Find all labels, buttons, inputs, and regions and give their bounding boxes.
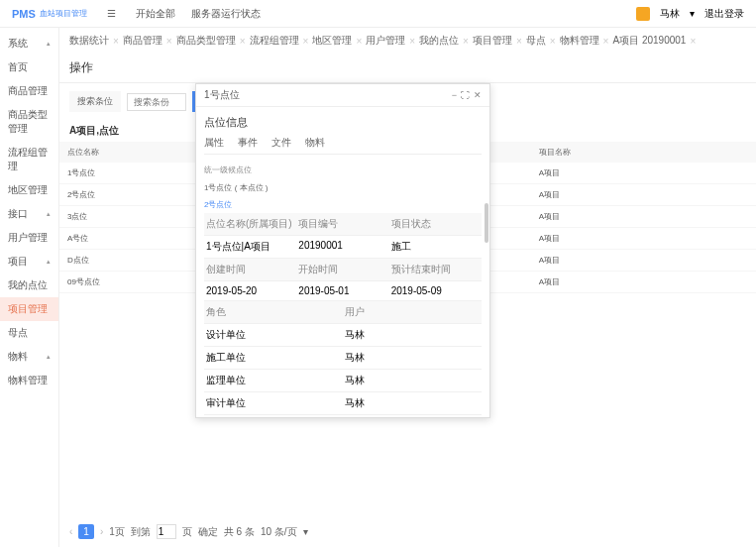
chevron-up-icon: ▴ xyxy=(47,258,51,266)
sidebar-item-project[interactable]: 项目▴ xyxy=(0,250,58,274)
role-cell: 马林 xyxy=(343,370,482,392)
sidebar-item-system[interactable]: 系统▴ xyxy=(0,32,58,55)
avatar[interactable] xyxy=(636,7,650,21)
role-cell: 马林 xyxy=(343,392,482,415)
page-confirm[interactable]: 确定 xyxy=(198,525,218,539)
bc-item[interactable]: 商品类型管理 xyxy=(176,34,236,48)
sidebar-item-process[interactable]: 流程组管理 xyxy=(0,141,58,178)
role-cell: 设计单位 xyxy=(204,324,343,347)
role-cell: 监理单位 xyxy=(204,370,343,392)
sidebar-item-api[interactable]: 接口▴ xyxy=(0,202,58,226)
top-tab[interactable]: 服务器运行状态 xyxy=(191,7,261,21)
page-jump-input[interactable] xyxy=(157,524,176,539)
meta-grid: 点位名称(所属项目) 项目编号 项目状态 1号点位|A项目 20190001 施… xyxy=(204,213,482,301)
path-current: 1号点位 ( 本点位 ) xyxy=(204,179,482,196)
bc-item[interactable]: 母点 xyxy=(526,34,546,48)
info-title: 点位信息 xyxy=(204,115,482,130)
sidebar-item-user[interactable]: 用户管理 xyxy=(0,226,58,250)
chevron-down-icon[interactable]: ▾ xyxy=(690,8,695,19)
bc-item[interactable]: 项目管理 xyxy=(473,34,512,48)
detail-modal: 1号点位 − ⛶ ✕ 点位信息 属性 事件 文件 物料 统一级候点位 1号点位 … xyxy=(195,83,490,418)
tab-attr[interactable]: 属性 xyxy=(204,136,224,150)
bc-item[interactable]: 地区管理 xyxy=(312,34,352,48)
chevron-up-icon: ▴ xyxy=(47,40,51,48)
sidebar-item-material-mgmt[interactable]: 物料管理 xyxy=(0,369,58,392)
sidebar-item-product-type[interactable]: 商品类型管理 xyxy=(0,103,58,141)
sidebar-item-material[interactable]: 物料▴ xyxy=(0,345,58,369)
role-cell: 马林 xyxy=(343,415,482,417)
top-right: 马林 ▾ 退出登录 xyxy=(636,7,744,21)
modal-body: 点位信息 属性 事件 文件 物料 统一级候点位 1号点位 ( 本点位 ) 2号点… xyxy=(196,107,489,417)
bc-item[interactable]: 流程组管理 xyxy=(250,34,299,48)
sidebar-item-product[interactable]: 商品管理 xyxy=(0,79,58,103)
maximize-icon[interactable]: ⛶ xyxy=(461,90,470,100)
breadcrumb: 数据统计× 商品管理× 商品类型管理× 流程组管理× 地区管理× 用户管理× 我… xyxy=(59,28,756,54)
bc-item[interactable]: 物料管理 xyxy=(560,34,599,48)
sidebar-item-mypoint[interactable]: 我的点位 xyxy=(0,274,58,297)
sidebar-item-home[interactable]: 首页 xyxy=(0,55,58,79)
path-link[interactable]: 2号点位 xyxy=(204,200,232,209)
scrollbar-thumb[interactable] xyxy=(485,203,488,243)
bc-item[interactable]: 数据统计 xyxy=(69,34,109,48)
topbar: PMS 血站项目管理 ☰ 开始全部 服务器运行状态 马林 ▾ 退出登录 xyxy=(0,0,756,28)
th-project[interactable]: 项目名称 xyxy=(531,142,756,163)
modal-title: 1号点位 xyxy=(204,88,240,102)
page-total: 1页 xyxy=(109,525,125,539)
page-title: 操作 xyxy=(59,54,756,83)
modal-header[interactable]: 1号点位 − ⛶ ✕ xyxy=(196,84,489,107)
chevron-down-icon[interactable]: ▾ xyxy=(303,526,308,537)
minimize-icon[interactable]: − xyxy=(452,90,457,100)
search-label: 搜索条位 xyxy=(69,91,121,112)
username[interactable]: 马林 xyxy=(660,7,680,21)
menu-toggle-icon[interactable]: ☰ xyxy=(107,8,116,19)
tab-material[interactable]: 物料 xyxy=(305,136,325,150)
close-icon[interactable]: ✕ xyxy=(474,90,482,100)
logo-subtitle: 血站项目管理 xyxy=(40,8,87,19)
search-input[interactable] xyxy=(127,93,186,111)
bc-item[interactable]: 我的点位 xyxy=(419,34,459,48)
section-label: 统一级候点位 xyxy=(204,161,482,179)
role-cell: 马林 xyxy=(343,347,482,370)
chevron-up-icon: ▴ xyxy=(47,353,51,361)
roles-grid: 角色 用户 xyxy=(204,301,482,324)
prev-page-icon[interactable]: ‹ xyxy=(69,526,72,537)
role-cell: 马林 xyxy=(343,324,482,347)
sidebar: 系统▴ 首页 商品管理 商品类型管理 流程组管理 地区管理 接口▴ 用户管理 项… xyxy=(0,28,59,547)
modal-tabs: 属性 事件 文件 物料 xyxy=(204,136,482,155)
top-tab[interactable]: 开始全部 xyxy=(136,7,175,21)
bc-item[interactable]: 用户管理 xyxy=(366,34,405,48)
page-current[interactable]: 1 xyxy=(78,524,94,539)
logout-link[interactable]: 退出登录 xyxy=(704,7,744,21)
logo: PMS xyxy=(12,8,36,20)
sidebar-item-region[interactable]: 地区管理 xyxy=(0,178,58,202)
tab-file[interactable]: 文件 xyxy=(271,136,291,150)
chevron-up-icon: ▴ xyxy=(47,210,51,218)
sidebar-item-parent[interactable]: 母点 xyxy=(0,321,58,345)
role-cell: 施工单位 xyxy=(204,347,343,370)
bc-item[interactable]: A项目 20190001 xyxy=(612,34,686,48)
next-page-icon[interactable]: › xyxy=(100,526,103,537)
role-cell: 审计单位 xyxy=(204,392,343,415)
pagination: ‹ 1 › 1页 到第 页 确定 共 6 条 10 条/页 ▾ xyxy=(69,524,308,539)
role-cell: 能达项目经理 xyxy=(204,415,343,417)
sidebar-item-project-mgmt[interactable]: 项目管理 xyxy=(0,297,58,321)
bc-item[interactable]: 商品管理 xyxy=(123,34,162,48)
page-size-select[interactable]: 10 条/页 xyxy=(261,525,297,539)
top-tabs: 开始全部 服务器运行状态 xyxy=(136,7,261,21)
tab-event[interactable]: 事件 xyxy=(238,136,258,150)
page-total-count: 共 6 条 xyxy=(224,525,255,539)
